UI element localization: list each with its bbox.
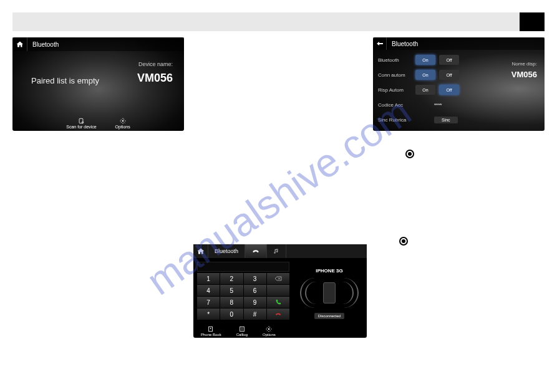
key-0[interactable]: 0: [220, 308, 243, 320]
screen1-header: Bluetooth: [12, 37, 184, 51]
paired-empty-msg: Paired list is empty: [31, 76, 99, 85]
connected-device: IPHONE 3G Disconnected: [308, 268, 351, 320]
bluetooth-label: Bluetooth: [378, 57, 415, 63]
autoanswer-label: Risp Autom: [378, 87, 415, 93]
calllog-label: Calllog: [236, 333, 248, 337]
sync-contacts-label: Sinc Rubrica: [378, 117, 415, 123]
key-6[interactable]: 6: [244, 285, 266, 296]
screen2-header: Bluetooth: [373, 37, 545, 50]
sync-contacts-row: Sinc Rubrica Sinc: [378, 112, 487, 127]
back-icon[interactable]: [373, 37, 387, 50]
home-icon[interactable]: [193, 244, 208, 258]
device-label: IPHONE 3G: [308, 268, 351, 274]
autoanswer-toggle-row: Risp Autom On Off: [378, 82, 487, 97]
key-hangup[interactable]: [267, 308, 289, 320]
svg-point-2: [122, 120, 124, 122]
bluetooth-tab[interactable]: Bluetooth: [208, 244, 245, 258]
phonebook-label: Phone Book: [201, 333, 221, 337]
key-call[interactable]: [267, 297, 289, 308]
bluetooth-paired-screen: Bluetooth Device name: VM056 Paired list…: [12, 37, 184, 131]
key-5[interactable]: 5: [220, 285, 243, 296]
screen1-title: Bluetooth: [27, 41, 59, 48]
key-2[interactable]: 2: [220, 273, 243, 284]
autoconn-on-button[interactable]: On: [415, 70, 435, 80]
bullet-icon: [405, 150, 414, 158]
screen2-title: Bluetooth: [387, 41, 418, 47]
phone-tab[interactable]: [245, 244, 267, 258]
keypad: 1 2 3 4 5 6 7 8 9 * 0 #: [197, 273, 289, 320]
key-hash[interactable]: #: [244, 308, 266, 320]
key-7[interactable]: 7: [197, 297, 220, 308]
settings-rows: Bluetooth On Off Conn autom On Off Risp …: [378, 52, 487, 127]
black-tab: [520, 12, 545, 31]
key-9[interactable]: 9: [244, 297, 266, 308]
home-icon[interactable]: [12, 37, 27, 51]
calllog-button[interactable]: Calllog: [236, 326, 248, 337]
pairing-code-row: Codice Acc ****: [378, 97, 487, 112]
bluetooth-off-button[interactable]: Off: [439, 55, 459, 65]
svg-point-6: [268, 328, 270, 330]
key-4[interactable]: 4: [197, 285, 220, 296]
bullet-icon: [399, 237, 408, 246]
scan-device-button[interactable]: Scan for device: [66, 118, 96, 129]
bluetooth-on-button[interactable]: On: [415, 55, 435, 65]
options-label: Options: [115, 125, 130, 129]
key-backspace[interactable]: [267, 273, 289, 284]
autoanswer-on-button[interactable]: On: [415, 85, 435, 95]
key-8[interactable]: 8: [220, 297, 243, 308]
screen3-header: Bluetooth: [193, 244, 367, 258]
phone-visual: [308, 277, 351, 308]
pairing-code-value[interactable]: ****: [434, 102, 442, 108]
key-star[interactable]: *: [197, 308, 220, 320]
bluetooth-dialer-screen: Bluetooth 1 2 3 4 5 6 7 8 9 * 0 # I: [193, 244, 367, 338]
screen1-footer: Scan for device Options: [12, 116, 184, 131]
screen3-footer: Phone Book Calllog Options: [193, 324, 367, 338]
music-tab[interactable]: [267, 244, 286, 258]
key-3[interactable]: 3: [244, 273, 266, 284]
autoanswer-off-button[interactable]: Off: [439, 85, 459, 95]
name-disp-label: Nome disp:: [512, 61, 537, 67]
sync-button[interactable]: Sinc: [434, 117, 458, 123]
pairing-code-label: Codice Acc: [378, 102, 415, 108]
autoconn-label: Conn autom: [378, 72, 415, 78]
autoconn-toggle-row: Conn autom On Off: [378, 67, 487, 82]
bluetooth-toggle-row: Bluetooth On Off: [378, 52, 487, 67]
device-name-label: Device name:: [138, 61, 173, 67]
svg-point-4: [210, 328, 211, 329]
name-disp-value: VM056: [511, 70, 537, 79]
top-bar: [12, 12, 545, 31]
phonebook-button[interactable]: Phone Book: [201, 326, 221, 337]
svg-rect-0: [80, 118, 84, 123]
dialer-area: 1 2 3 4 5 6 7 8 9 * 0 #: [197, 262, 289, 320]
scan-label: Scan for device: [66, 125, 96, 129]
key-1[interactable]: 1: [197, 273, 220, 284]
key-empty1: [267, 285, 289, 296]
options-label: Options: [263, 333, 276, 337]
bluetooth-settings-screen: Bluetooth Bluetooth On Off Conn autom On…: [373, 37, 545, 131]
device-name-value: VM056: [137, 72, 173, 85]
autoconn-off-button[interactable]: Off: [439, 70, 459, 80]
number-display[interactable]: [197, 262, 289, 272]
options-button[interactable]: Options: [115, 118, 130, 129]
options-button[interactable]: Options: [263, 326, 276, 337]
disconnect-button[interactable]: Disconnected: [314, 313, 344, 319]
